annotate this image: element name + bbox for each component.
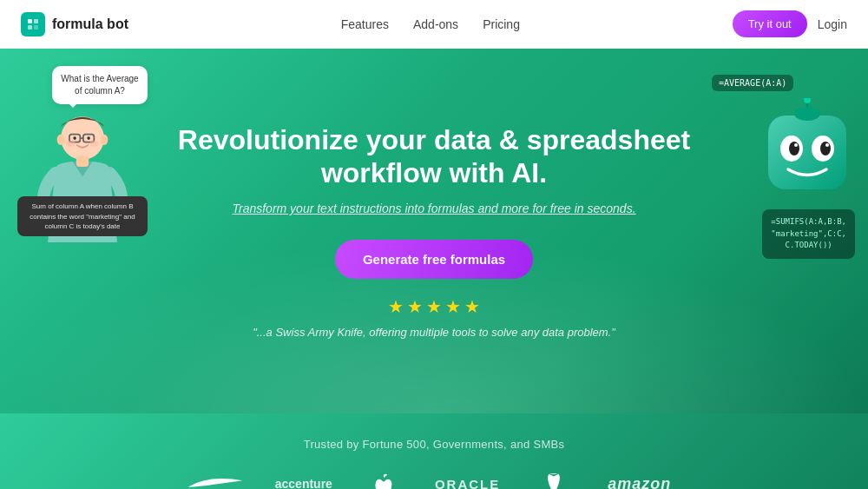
navbar-actions: Try it out Login — [733, 10, 847, 37]
star-rating: ★ ★ ★ ★ ★ — [388, 296, 480, 317]
svg-rect-1 — [34, 19, 38, 23]
svg-point-26 — [794, 107, 820, 121]
hero-left-illustration: What is the Average of column A? — [0, 66, 156, 254]
logo-oracle: ORACLE — [435, 477, 500, 490]
speech-bubble-question: What is the Average of column A? — [52, 66, 148, 104]
apple-icon — [374, 473, 393, 489]
speech-bubble-sum: Sum of column A when column B contains t… — [17, 196, 148, 236]
formula-chip-average: =AVERAGE(A:A) — [712, 75, 793, 91]
logo-amazon: amazon — [608, 475, 671, 490]
tesla-icon — [542, 472, 566, 489]
hero-section: What is the Average of column A? — [0, 49, 868, 413]
logo-icon — [21, 12, 45, 36]
generate-formulas-button[interactable]: Generate free formulas — [335, 240, 533, 279]
star-4: ★ — [445, 296, 461, 317]
hero-subtitle: Transform your text instructions into fo… — [232, 202, 635, 215]
trusted-section: Trusted by Fortune 500, Governments, and… — [0, 413, 868, 489]
svg-point-23 — [820, 142, 831, 155]
navbar: formula bot Features Add-ons Pricing Try… — [0, 0, 868, 49]
login-button[interactable]: Login — [818, 17, 847, 31]
hero-title: Revolutionize your data & spreadsheet wo… — [174, 123, 694, 190]
logo-nike — [187, 475, 242, 489]
logo-tesla — [542, 472, 566, 489]
svg-point-9 — [87, 136, 90, 140]
star-5: ★ — [464, 296, 480, 317]
logo-text: formula bot — [52, 17, 128, 32]
svg-point-10 — [57, 135, 65, 145]
logo-accenture: accenture — [275, 477, 332, 489]
star-2: ★ — [407, 296, 423, 317]
svg-rect-2 — [28, 25, 32, 30]
logos-row-1: accenture ORACLE amazon — [0, 472, 868, 489]
svg-rect-15 — [76, 156, 89, 167]
logo-apple — [374, 473, 393, 489]
formula-chip-sumifs: =SUMIFS(A:A,B:B, "marketing",C:C, C.TODA… — [762, 209, 855, 259]
hero-right-illustration: =AVERAGE(A:A) — [703, 75, 868, 259]
logo: formula bot — [21, 12, 128, 36]
svg-point-22 — [789, 142, 799, 155]
svg-point-24 — [794, 143, 798, 147]
svg-rect-0 — [28, 19, 32, 23]
star-3: ★ — [426, 296, 442, 317]
trusted-title: Trusted by Fortune 500, Governments, and… — [0, 438, 868, 451]
nav-features[interactable]: Features — [341, 17, 389, 31]
svg-point-11 — [100, 135, 108, 145]
svg-point-28 — [804, 98, 811, 103]
try-it-out-button[interactable]: Try it out — [733, 10, 807, 37]
subtitle-suffix: for free in seconds. — [529, 202, 636, 215]
navbar-links: Features Add-ons Pricing — [341, 17, 520, 31]
star-1: ★ — [388, 296, 404, 317]
subtitle-prefix: Transform your — [232, 202, 317, 215]
svg-point-8 — [73, 136, 76, 140]
svg-point-17 — [89, 141, 99, 147]
nike-swoosh-icon — [187, 475, 242, 489]
svg-rect-3 — [34, 25, 38, 30]
hero-quote: "...a Swiss Army Knife, offering multipl… — [253, 326, 615, 339]
nav-pricing[interactable]: Pricing — [483, 17, 520, 31]
svg-point-25 — [825, 143, 829, 147]
bot-svg — [755, 98, 859, 202]
svg-rect-19 — [768, 116, 846, 189]
nav-addons[interactable]: Add-ons — [413, 17, 458, 31]
svg-point-16 — [66, 141, 76, 147]
subtitle-em: text instructions into formulas and more — [317, 202, 529, 215]
